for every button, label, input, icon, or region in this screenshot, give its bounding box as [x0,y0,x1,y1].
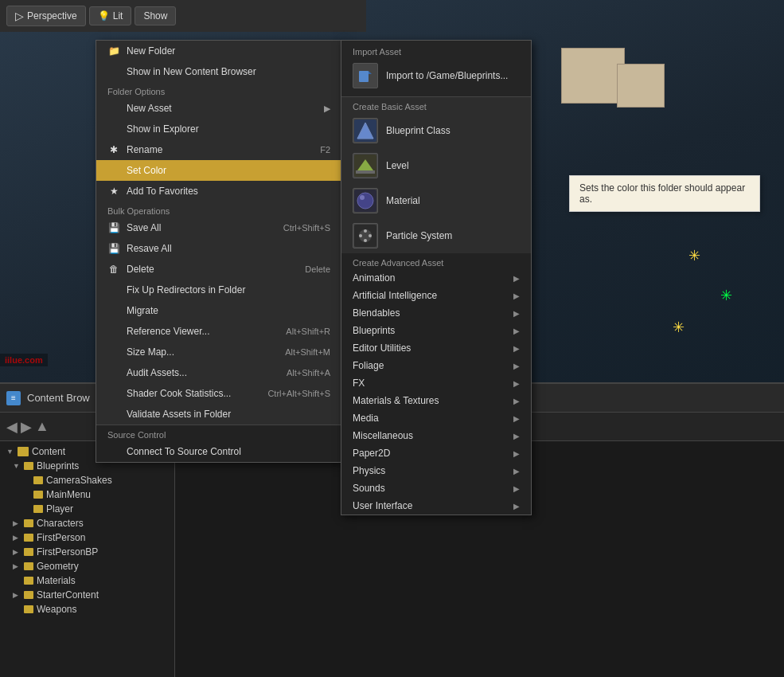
menu-item-delete[interactable]: 🗑 Delete Delete [96,259,341,280]
tree-item-characters[interactable]: ▶ Characters [0,516,174,530]
menu-item-fix-redirectors-label: Fix Up Redirectors in Folder [127,284,245,295]
show-browser-icon [107,65,120,78]
advanced-materials-textures[interactable]: Materials & Textures ▶ [341,392,531,409]
advanced-blueprints[interactable]: Blueprints ▶ [341,322,531,339]
blendables-label: Blendables [353,307,400,319]
advanced-media[interactable]: Media ▶ [341,409,531,427]
editor-utilities-label: Editor Utilities [353,342,411,354]
watermark-text: iilue.com [5,355,43,365]
menu-item-add-favorites[interactable]: ★ Add To Favorites [96,181,341,202]
menu-item-connect-source-control[interactable]: Connect To Source Control [96,441,341,462]
tree-item-firstperson[interactable]: ▶ FirstPerson [0,530,174,545]
media-arrow: ▶ [513,414,520,423]
menu-item-size-map[interactable]: Size Map... Alt+Shift+M [96,342,341,362]
sounds-arrow: ▶ [513,484,520,493]
rename-shortcut: F2 [320,145,330,155]
menu-item-set-color[interactable]: Set Color [96,160,341,181]
tree-item-weapons[interactable]: Weapons [0,602,174,616]
advanced-user-interface[interactable]: User Interface ▶ [341,497,531,515]
watermark: iilue.com [0,354,48,366]
menu-item-reference-viewer[interactable]: Reference Viewer... Alt+Shift+R [96,321,341,342]
menu-item-resave-all[interactable]: 💾 Resave All [96,238,341,259]
miscellaneous-label: Miscellaneous [353,430,413,441]
tree-item-camerashakes[interactable]: CameraShakes [0,473,174,487]
advanced-fx[interactable]: FX ▶ [341,374,531,392]
show-button[interactable]: Show [135,6,176,25]
back-icon: ◀ [6,418,18,436]
svg-point-14 [364,239,367,242]
menu-item-validate-assets[interactable]: Validate Assets in Folder [96,404,341,425]
advanced-sounds[interactable]: Sounds ▶ [341,479,531,497]
menu-item-shader-cook[interactable]: Shader Cook Statistics... Ctrl+Alt+Shift… [96,383,341,404]
weapons-folder-icon [24,605,33,613]
advanced-editor-utilities[interactable]: Editor Utilities ▶ [341,339,531,357]
menu-item-fix-redirectors[interactable]: Fix Up Redirectors in Folder [96,280,341,300]
blueprint-svg [354,119,376,142]
asset-level[interactable]: Level [341,148,531,183]
editor-utilities-arrow: ▶ [513,344,520,353]
menu-item-audit-assets-label: Audit Assets... [127,367,187,378]
user-interface-label: User Interface [353,500,412,511]
migrate-icon [107,304,120,317]
level-thumb [353,153,378,178]
physics-label: Physics [353,465,385,476]
menu-item-show-explorer[interactable]: Show in Explorer [96,119,341,139]
advanced-blendables[interactable]: Blendables ▶ [341,304,531,322]
advanced-paper2d[interactable]: Paper2D ▶ [341,444,531,462]
blueprints-label: Blueprints [37,460,79,472]
context-menu: 📁 New Folder Show in New Content Browser… [96,40,342,463]
perspective-icon: ▷ [15,10,24,22]
mainmenu-label: MainMenu [46,489,91,500]
advanced-foliage[interactable]: Foliage ▶ [341,357,531,374]
startercontent-label: StarterContent [37,589,99,601]
menu-item-show-browser-label: Show in New Content Browser [127,66,256,77]
menu-item-new-folder[interactable]: 📁 New Folder [96,41,341,61]
menu-item-show-new-browser[interactable]: Show in New Content Browser [96,61,341,82]
menu-item-save-all[interactable]: 💾 Save All Ctrl+Shift+S [96,217,341,238]
content-label: Content [32,446,65,457]
firstpersonbp-expand-icon: ▶ [13,548,21,556]
lit-button[interactable]: 💡 Lit [89,6,132,25]
advanced-ai[interactable]: Artificial Intelligence ▶ [341,287,531,304]
menu-item-migrate[interactable]: Migrate [96,300,341,321]
menu-item-resave-all-label: Resave All [127,243,172,254]
ai-label: Artificial Intelligence [353,290,437,301]
materials-textures-arrow: ▶ [513,397,520,405]
spark-1: ✳ [688,247,704,263]
menu-item-audit-assets[interactable]: Audit Assets... Alt+Shift+A [96,362,341,383]
rename-icon: ✱ [107,143,120,156]
advanced-physics[interactable]: Physics ▶ [341,462,531,479]
import-to-blueprints[interactable]: Import to /Game/Blueprints... [341,58,531,93]
camerashakes-label: CameraShakes [46,475,112,486]
tree-item-firstpersonbp[interactable]: ▶ FirstPersonBP [0,545,174,559]
tree-item-mainmenu[interactable]: MainMenu [0,487,174,502]
tree-item-geometry[interactable]: ▶ Geometry [0,559,174,573]
section-bulk-ops: Bulk Operations [96,202,341,217]
tree-item-player[interactable]: Player [0,502,174,516]
tree-item-materials[interactable]: Materials [0,573,174,588]
perspective-button[interactable]: ▷ Perspective [6,6,86,26]
tooltip-text: Sets the color this folder should appear… [579,182,745,205]
tree-item-startercontent[interactable]: ▶ StarterContent [0,588,174,602]
menu-item-rename[interactable]: ✱ Rename F2 [96,139,341,160]
import-asset-section: Import Asset Import to /Game/Blueprints.… [341,41,531,97]
star-icon: ★ [107,185,120,198]
ref-viewer-shortcut: Alt+Shift+R [286,327,330,336]
player-folder-icon [33,505,43,513]
asset-particle-system[interactable]: Particle System [341,218,531,253]
validate-icon [107,408,120,421]
lit-label: Lit [113,10,123,22]
audit-shortcut: Alt+Shift+A [287,368,330,378]
geometry-expand-icon: ▶ [13,562,21,570]
player-label: Player [46,503,73,515]
mainmenu-folder-icon [33,491,43,499]
menu-item-delete-label: Delete [127,264,154,275]
menu-item-new-asset[interactable]: New Asset ▶ [96,98,341,119]
advanced-animation[interactable]: Animation ▶ [341,269,531,287]
advanced-miscellaneous[interactable]: Miscellaneous ▶ [341,427,531,444]
asset-blueprint-class[interactable]: Blueprint Class [341,113,531,148]
asset-material[interactable]: Material [341,183,531,218]
materials-textures-label: Materials & Textures [353,395,439,406]
content-expand-icon: ▼ [6,448,14,456]
menu-item-shader-cook-label: Shader Cook Statistics... [127,388,231,399]
